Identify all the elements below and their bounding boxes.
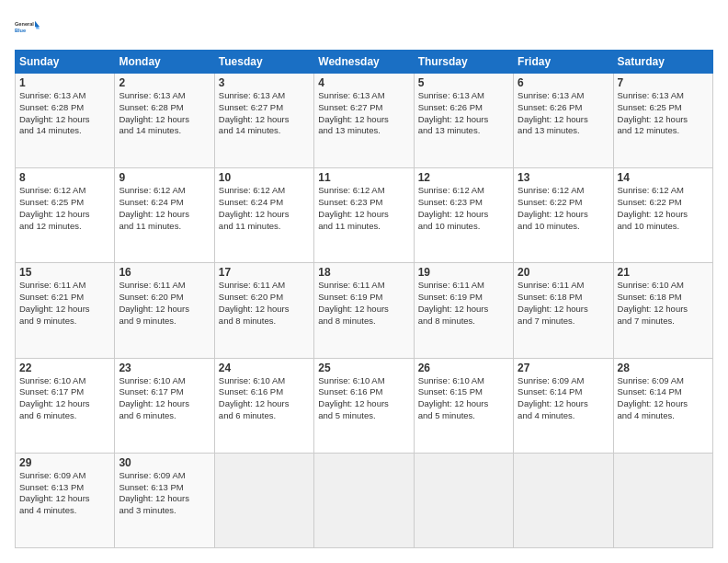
day-number: 18 xyxy=(318,266,409,279)
cell-info-line: Sunrise: 6:12 AM xyxy=(119,185,210,197)
cell-info-line: Sunrise: 6:13 AM xyxy=(418,90,509,102)
cell-info-line: Daylight: 12 hours xyxy=(318,114,409,126)
day-number: 14 xyxy=(618,171,709,184)
calendar-cell: 22Sunrise: 6:10 AMSunset: 6:17 PMDayligh… xyxy=(16,358,115,453)
cell-info-line: and 14 minutes. xyxy=(219,125,310,137)
cell-info-line: Sunset: 6:14 PM xyxy=(518,386,609,398)
cell-info-line: Sunset: 6:22 PM xyxy=(618,197,709,209)
weekday-header-row: SundayMondayTuesdayWednesdayThursdayFrid… xyxy=(16,51,713,74)
cell-info-line: and 8 minutes. xyxy=(418,316,509,327)
calendar-cell: 6Sunrise: 6:13 AMSunset: 6:26 PMDaylight… xyxy=(514,74,613,168)
day-number: 2 xyxy=(119,76,210,89)
calendar-table: SundayMondayTuesdayWednesdayThursdayFrid… xyxy=(15,50,713,548)
weekday-tuesday: Tuesday xyxy=(214,51,313,74)
day-number: 4 xyxy=(318,76,409,89)
cell-info-line: Sunset: 6:26 PM xyxy=(418,102,509,114)
cell-info-line: Sunrise: 6:11 AM xyxy=(219,280,310,292)
cell-info-line: and 9 minutes. xyxy=(19,316,110,327)
cell-info-line: Sunrise: 6:11 AM xyxy=(518,280,609,292)
cell-info-line: and 8 minutes. xyxy=(318,316,409,327)
cell-info-line: and 10 minutes. xyxy=(518,221,609,233)
calendar-cell xyxy=(314,453,414,547)
cell-info-line: Daylight: 12 hours xyxy=(119,398,210,410)
calendar-cell: 29Sunrise: 6:09 AMSunset: 6:13 PMDayligh… xyxy=(16,453,115,547)
day-number: 8 xyxy=(19,171,110,184)
cell-info-line: Daylight: 12 hours xyxy=(19,398,110,410)
cell-info-line: Sunset: 6:18 PM xyxy=(518,292,609,304)
cell-info-line: Daylight: 12 hours xyxy=(19,209,110,221)
cell-info-line: and 5 minutes. xyxy=(418,410,509,422)
cell-info-line: Daylight: 12 hours xyxy=(418,209,509,221)
cell-info-line: and 6 minutes. xyxy=(219,410,310,422)
day-number: 26 xyxy=(418,362,509,374)
cell-info-line: Sunset: 6:16 PM xyxy=(318,386,409,398)
weekday-sunday: Sunday xyxy=(16,51,115,74)
calendar-week-1: 1Sunrise: 6:13 AMSunset: 6:28 PMDaylight… xyxy=(16,74,713,168)
svg-text:General: General xyxy=(15,21,34,27)
day-number: 17 xyxy=(219,266,310,279)
cell-info-line: Sunset: 6:22 PM xyxy=(518,197,609,209)
cell-info-line: and 14 minutes. xyxy=(19,125,110,137)
calendar-cell: 11Sunrise: 6:12 AMSunset: 6:23 PMDayligh… xyxy=(314,168,414,263)
calendar-cell: 27Sunrise: 6:09 AMSunset: 6:14 PMDayligh… xyxy=(514,358,613,453)
cell-info-line: and 11 minutes. xyxy=(219,221,310,233)
cell-info-line: and 6 minutes. xyxy=(119,410,210,422)
calendar-cell: 26Sunrise: 6:10 AMSunset: 6:15 PMDayligh… xyxy=(414,358,513,453)
cell-info-line: Daylight: 12 hours xyxy=(219,114,310,126)
calendar-cell: 5Sunrise: 6:13 AMSunset: 6:26 PMDaylight… xyxy=(414,74,513,168)
cell-info-line: Sunrise: 6:10 AM xyxy=(618,280,709,292)
calendar-cell: 1Sunrise: 6:13 AMSunset: 6:28 PMDaylight… xyxy=(16,74,115,168)
cell-info-line: and 10 minutes. xyxy=(618,221,709,233)
day-number: 13 xyxy=(518,171,609,184)
calendar-cell: 8Sunrise: 6:12 AMSunset: 6:25 PMDaylight… xyxy=(16,168,115,263)
cell-info-line: Sunrise: 6:12 AM xyxy=(518,185,609,197)
cell-info-line: Daylight: 12 hours xyxy=(19,114,110,126)
cell-info-line: Sunset: 6:23 PM xyxy=(418,197,509,209)
page-header: GeneralBlue xyxy=(15,15,713,40)
cell-info-line: Daylight: 12 hours xyxy=(618,114,709,126)
cell-info-line: Sunrise: 6:12 AM xyxy=(418,185,509,197)
cell-info-line: Sunset: 6:19 PM xyxy=(318,292,409,304)
calendar-cell: 9Sunrise: 6:12 AMSunset: 6:24 PMDaylight… xyxy=(115,168,214,263)
cell-info-line: and 7 minutes. xyxy=(518,316,609,327)
cell-info-line: Sunrise: 6:10 AM xyxy=(318,375,409,387)
cell-info-line: Sunset: 6:16 PM xyxy=(219,386,310,398)
cell-info-line: Sunset: 6:28 PM xyxy=(119,102,210,114)
cell-info-line: and 11 minutes. xyxy=(119,221,210,233)
cell-info-line: Sunrise: 6:13 AM xyxy=(518,90,609,102)
cell-info-line: Sunset: 6:13 PM xyxy=(119,482,210,494)
weekday-saturday: Saturday xyxy=(613,51,712,74)
cell-info-line: Daylight: 12 hours xyxy=(518,114,609,126)
cell-info-line: Sunset: 6:27 PM xyxy=(318,102,409,114)
calendar-cell: 15Sunrise: 6:11 AMSunset: 6:21 PMDayligh… xyxy=(16,263,115,358)
day-number: 9 xyxy=(119,171,210,184)
day-number: 16 xyxy=(119,266,210,279)
cell-info-line: Daylight: 12 hours xyxy=(19,304,110,316)
cell-info-line: Sunrise: 6:11 AM xyxy=(119,280,210,292)
cell-info-line: Daylight: 12 hours xyxy=(618,304,709,316)
cell-info-line: Sunrise: 6:11 AM xyxy=(318,280,409,292)
cell-info-line: Sunrise: 6:13 AM xyxy=(19,90,110,102)
day-number: 10 xyxy=(219,171,310,184)
calendar-cell: 21Sunrise: 6:10 AMSunset: 6:18 PMDayligh… xyxy=(613,263,712,358)
cell-info-line: Sunset: 6:20 PM xyxy=(219,292,310,304)
cell-info-line: and 11 minutes. xyxy=(318,221,409,233)
cell-info-line: Daylight: 12 hours xyxy=(219,398,310,410)
cell-info-line: Daylight: 12 hours xyxy=(618,209,709,221)
calendar-week-5: 29Sunrise: 6:09 AMSunset: 6:13 PMDayligh… xyxy=(16,453,713,547)
calendar-week-4: 22Sunrise: 6:10 AMSunset: 6:17 PMDayligh… xyxy=(16,358,713,453)
svg-marker-1 xyxy=(35,21,40,27)
cell-info-line: and 8 minutes. xyxy=(219,316,310,327)
calendar-cell: 12Sunrise: 6:12 AMSunset: 6:23 PMDayligh… xyxy=(414,168,513,263)
calendar-cell: 4Sunrise: 6:13 AMSunset: 6:27 PMDaylight… xyxy=(314,74,414,168)
cell-info-line: and 3 minutes. xyxy=(119,505,210,517)
day-number: 11 xyxy=(318,171,409,184)
cell-info-line: Sunrise: 6:13 AM xyxy=(219,90,310,102)
cell-info-line: Sunrise: 6:13 AM xyxy=(318,90,409,102)
day-number: 29 xyxy=(19,456,110,469)
calendar-cell: 18Sunrise: 6:11 AMSunset: 6:19 PMDayligh… xyxy=(314,263,414,358)
cell-info-line: Sunrise: 6:10 AM xyxy=(19,375,110,387)
cell-info-line: Daylight: 12 hours xyxy=(418,114,509,126)
day-number: 12 xyxy=(418,171,509,184)
cell-info-line: Sunrise: 6:12 AM xyxy=(318,185,409,197)
